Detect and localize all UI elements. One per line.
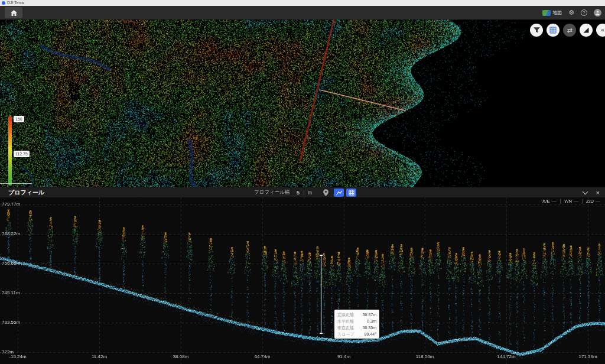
profile-grid-button[interactable]: [346, 187, 356, 198]
axis-toggle-label: Z/U: [586, 199, 594, 204]
minimize-profile-button[interactable]: [583, 187, 587, 198]
legend-mid-label: 112.75: [14, 151, 30, 157]
tooltip-label: 直線距離: [337, 312, 354, 318]
map-thumbnail-icon: [542, 10, 551, 16]
profile-width-divider: [304, 187, 304, 198]
window-title: DJI Terra: [7, 0, 24, 6]
axis-toggles: X/E—Y/N—Z/U—: [542, 199, 600, 204]
tooltip-label: 水平距離: [337, 318, 354, 324]
x-tick-label: 171.39m: [578, 354, 597, 359]
tooltip-label: スロープ: [337, 332, 354, 337]
close-profile-button[interactable]: ×: [596, 187, 600, 198]
tooltip-value: 30.37m: [363, 313, 376, 317]
x-tick-label: 64.74m: [255, 354, 271, 359]
x-tick-label: 91.4m: [337, 354, 350, 359]
axis-toggle-y-n[interactable]: Y/N—: [564, 199, 578, 204]
x-tick-label: 38.08m: [173, 354, 189, 359]
filter-funnel-icon: [533, 27, 541, 34]
slope-line-icon: [336, 190, 343, 196]
elevation-color-legend: [8, 116, 12, 186]
swap-arrows-icon: ⇄: [567, 27, 572, 34]
axis-toggle-x-e[interactable]: X/E—: [542, 199, 557, 204]
tooltip-row: 垂直距離30.35m: [337, 324, 376, 331]
user-icon: [595, 10, 600, 15]
close-icon: ×: [596, 190, 600, 196]
slope-triangle-icon: [583, 27, 590, 34]
measurement-tooltip: 直線距離30.37m水平距離0.3m垂直距離30.35mスロープ89.44°: [334, 310, 379, 339]
settings-gear-icon[interactable]: ⚙: [568, 9, 574, 16]
app-toolbar: 地図 ⚙ ?: [0, 6, 605, 20]
profile-pointcloud-canvas[interactable]: [0, 197, 605, 364]
axis-toggle-value: —: [596, 199, 600, 204]
chevrons-left-icon: «: [601, 27, 604, 33]
window-titlebar: DJI Terra: [0, 0, 605, 6]
home-icon: [11, 10, 17, 16]
axis-toggle-label: X/E: [542, 199, 550, 204]
pointcloud-viewport: ⇄ « 150 112.75: [0, 20, 605, 187]
home-button[interactable]: [5, 7, 22, 18]
x-tick-label: 144.72m: [497, 354, 515, 359]
location-pin-icon: [323, 189, 328, 196]
map-toggle-label: 地図: [552, 9, 562, 16]
y-tick-label: 745.11m: [2, 290, 20, 296]
x-tick-label: 11.42m: [92, 354, 107, 359]
axis-toggle-separator: [582, 199, 583, 204]
grid-small-icon: [349, 190, 354, 196]
profile-panel-title: プロフィール: [8, 188, 44, 197]
tooltip-row: 水平距離0.3m: [337, 318, 376, 324]
y-tick-label: 768.22m: [2, 231, 20, 237]
profile-width-input[interactable]: 5: [297, 187, 300, 198]
axis-toggle-value: —: [574, 199, 578, 204]
axis-toggle-separator: [560, 199, 561, 204]
profile-width-label: プロフィール幅: [254, 187, 290, 198]
y-tick-label: 779.77m: [2, 202, 20, 207]
axis-toggle-label: Y/N: [564, 199, 572, 204]
legend-max-label: 150: [14, 116, 24, 122]
slope-profile-button[interactable]: [334, 187, 344, 198]
grid-view-button[interactable]: [547, 24, 560, 37]
viewport-toolbar: ⇄ «: [0, 24, 605, 37]
profile-chart-area: 779.77m768.22m756.66m745.11m733.55m722m …: [0, 197, 605, 364]
axis-toggle-value: —: [552, 199, 557, 204]
pick-location-button[interactable]: [323, 187, 328, 198]
legend-tick-line: [0, 183, 32, 184]
tooltip-label: 垂直距離: [337, 325, 354, 331]
profile-width-unit-select[interactable]: m: [308, 187, 312, 198]
tooltip-value: 0.3m: [367, 319, 376, 323]
chevron-down-icon: [583, 188, 588, 194]
user-avatar[interactable]: [594, 9, 601, 17]
compare-views-button[interactable]: ⇄: [563, 24, 576, 37]
axis-toggle-z-u[interactable]: Z/U—: [586, 199, 600, 204]
tooltip-row: スロープ89.44°: [337, 331, 376, 337]
tooltip-value: 89.44°: [365, 332, 376, 336]
y-tick-label: 733.55m: [2, 320, 20, 326]
grid-icon: [549, 27, 557, 34]
point-filter-button[interactable]: [530, 24, 543, 37]
help-icon[interactable]: ?: [581, 9, 587, 16]
pointcloud-top-view-canvas[interactable]: [0, 20, 605, 187]
tooltip-row: 直線距離30.37m: [337, 311, 376, 318]
y-tick-label: 756.66m: [2, 261, 20, 266]
collapse-panel-button[interactable]: «: [596, 24, 605, 37]
profile-panel-header: プロフィール プロフィール幅 5 m ×: [0, 187, 605, 197]
app-logo-icon: [2, 1, 5, 5]
x-tick-label: 118.06m: [416, 354, 434, 359]
x-tick-label: -15.24m: [9, 354, 26, 359]
slope-measure-button[interactable]: [580, 24, 593, 37]
tooltip-value: 30.35m: [363, 326, 376, 330]
map-toggle-button[interactable]: 地図: [542, 9, 562, 16]
